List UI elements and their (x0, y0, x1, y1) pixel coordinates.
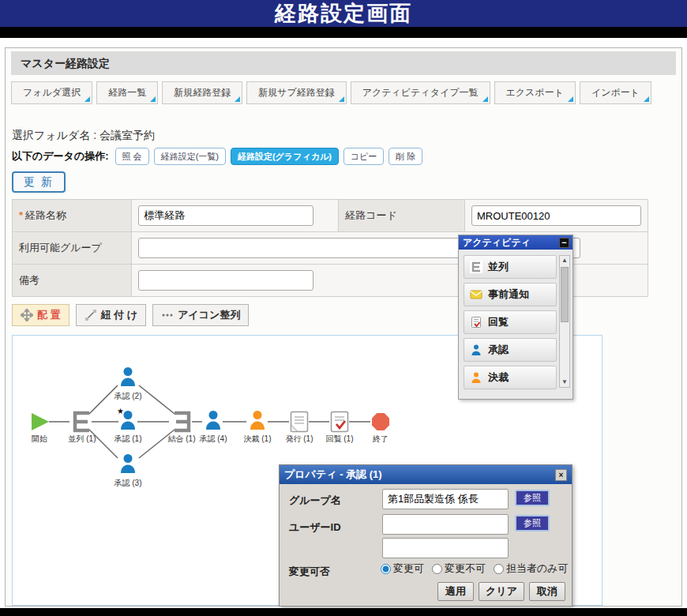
change-permission-radios: 変更可 変更不可 担当者のみ可 (381, 562, 569, 576)
activity-palette-titlebar[interactable]: アクティビティ − (459, 235, 572, 250)
close-icon[interactable]: × (555, 469, 567, 481)
tab-corner-triangle-icon (339, 96, 344, 102)
tab-corner-triangle-icon (84, 96, 90, 102)
connector-lines (49, 385, 370, 458)
node-label-approval-3: 承認 (3) (103, 478, 153, 489)
start-node-icon[interactable] (32, 413, 49, 430)
mail-icon (470, 288, 482, 301)
user-id-label: ユーザーID (289, 520, 341, 535)
tab-route-list[interactable]: 経路一覧 (96, 81, 158, 104)
radio-not-changeable-input[interactable] (432, 564, 442, 574)
tab-export[interactable]: エクスポート (494, 81, 576, 104)
palette-item-circulation[interactable]: 回覧 (464, 310, 557, 334)
tab-folder-select[interactable]: フォルダ選択 (11, 81, 92, 104)
ellipsis-icon (161, 309, 174, 321)
page-title: 経路設定画面 (0, 0, 687, 27)
group-name-input[interactable] (382, 489, 509, 509)
palette-item-decision[interactable]: 決裁 (464, 366, 557, 389)
tab-bar: フォルダ選択 経路一覧 新規経路登録 新規サブ経路登録 アクティビティタイプ一覧… (11, 81, 651, 104)
tab-new-route[interactable]: 新規経路登録 (162, 81, 242, 104)
group-reference-button[interactable]: 参照 (515, 490, 550, 506)
radio-changeable-input[interactable] (381, 564, 391, 574)
person-blue-icon (470, 344, 482, 356)
doc-check-icon (470, 316, 482, 329)
parallel-split-node-icon[interactable] (75, 413, 89, 430)
copy-button[interactable]: コピー (344, 148, 385, 165)
tab-corner-triangle-icon (644, 96, 649, 102)
approval-3-node-icon[interactable] (121, 454, 135, 473)
tab-new-sub-route[interactable]: 新規サブ経路登録 (246, 81, 347, 104)
cancel-button[interactable]: 取消 (529, 582, 565, 601)
activity-palette-body: 並列 事前通知 回覧 承認 決裁 (459, 250, 572, 399)
minimize-icon[interactable]: − (559, 238, 569, 248)
tab-activity-type-list[interactable]: アクティビティタイプ一覧 (351, 81, 490, 104)
approval-2-node-icon[interactable] (121, 367, 135, 386)
required-mark: * (19, 209, 23, 221)
user-id-input[interactable] (382, 514, 509, 535)
radio-not-changeable[interactable]: 変更不可 (432, 562, 486, 576)
radio-owner-only[interactable]: 担当者のみ可 (494, 562, 569, 576)
inquiry-button[interactable]: 照 会 (115, 148, 149, 165)
note-label-cell: 備考 (13, 265, 132, 297)
bottom-black-bar (0, 608, 687, 616)
join-node-icon[interactable] (175, 413, 189, 430)
tab-corner-triangle-icon (235, 96, 240, 102)
node-label-approval-4: 承認 (4) (188, 434, 238, 445)
route-settings-page: 経路設定画面 マスター経路設定 フォルダ選択 経路一覧 新規経路登録 新規サブ経… (0, 0, 687, 616)
person-orange-icon (470, 371, 482, 384)
link-button[interactable]: 紐 付 け (76, 304, 147, 326)
palette-item-parallel[interactable]: 並列 (464, 255, 557, 279)
note-input[interactable] (138, 270, 313, 291)
operations-label: 以下のデータの操作: (12, 149, 109, 163)
palette-item-approval[interactable]: 承認 (464, 338, 557, 362)
move-icon (21, 309, 33, 321)
tab-corner-triangle-icon (482, 96, 488, 102)
user-reference-button[interactable]: 参照 (515, 515, 550, 531)
radio-owner-only-input[interactable] (494, 564, 504, 574)
route-code-label-cell: 経路コード (339, 200, 465, 232)
delete-button[interactable]: 削 除 (389, 148, 422, 165)
table-row: *経路名称 経路コード (13, 200, 648, 232)
activity-palette: アクティビティ − 並列 事前通知 回覧 承認 (458, 235, 573, 400)
scroll-down-icon[interactable]: ▼ (560, 377, 569, 387)
palette-item-prior-notice[interactable]: 事前通知 (464, 283, 557, 306)
parallel-icon (470, 261, 482, 273)
route-code-value-cell (465, 200, 648, 232)
diagram-toolbar: 配 置 紐 付 け アイコン整列 (12, 304, 249, 326)
selected-folder-text: 選択フォルダ名 : 会議室予約 (12, 129, 155, 143)
tab-corner-triangle-icon (150, 96, 156, 102)
end-node-icon[interactable] (372, 413, 389, 430)
approval-1-node-icon[interactable]: ★ (117, 407, 135, 430)
group-name-label: グループ名 (289, 494, 341, 508)
route-code-input[interactable] (471, 205, 641, 226)
node-label-parallel: 並列 (1) (57, 434, 107, 445)
selected-star-icon: ★ (117, 407, 124, 415)
route-name-input[interactable] (138, 205, 313, 226)
circulation-doc-node-icon[interactable] (332, 412, 348, 432)
scrollbar-thumb[interactable] (561, 267, 569, 322)
scroll-up-icon[interactable]: ▲ (560, 256, 569, 265)
route-setting-list-button[interactable]: 経路設定(一覧) (154, 148, 226, 165)
issue-doc-node-icon[interactable] (291, 412, 308, 432)
clear-button[interactable]: クリア (479, 582, 524, 601)
top-black-bar (0, 27, 687, 38)
arrange-button[interactable]: 配 置 (12, 304, 69, 326)
tab-import[interactable]: インポート (580, 81, 651, 104)
radio-changeable[interactable]: 変更可 (381, 562, 424, 576)
data-operations-row: 以下のデータの操作: 照 会 経路設定(一覧) 経路設定(グラフィカル) コピー… (12, 148, 422, 165)
icon-align-button[interactable]: アイコン整列 (152, 304, 249, 326)
update-button[interactable]: 更 新 (12, 171, 66, 193)
route-setting-graphical-button[interactable]: 経路設定(グラフィカル) (231, 148, 339, 165)
tab-corner-triangle-icon (568, 96, 573, 102)
route-name-value-cell (132, 200, 339, 232)
property-dialog: プロパティ - 承認 (1) × グループ名 参照 ユーザーID 参照 変更可否… (279, 464, 572, 607)
palette-scrollbar[interactable]: ▲ ▼ (559, 255, 570, 388)
dialog-button-row: 適用 クリア 取消 (437, 582, 565, 601)
link-line-icon (84, 309, 97, 321)
property-dialog-titlebar[interactable]: プロパティ - 承認 (1) × (280, 465, 572, 484)
apply-button[interactable]: 適用 (437, 582, 474, 601)
user-id-extra-input[interactable] (382, 538, 509, 558)
approval-4-node-icon[interactable] (206, 411, 220, 430)
panel-header-title: マスター経路設定 (11, 51, 676, 75)
decision-node-icon[interactable] (250, 411, 265, 430)
